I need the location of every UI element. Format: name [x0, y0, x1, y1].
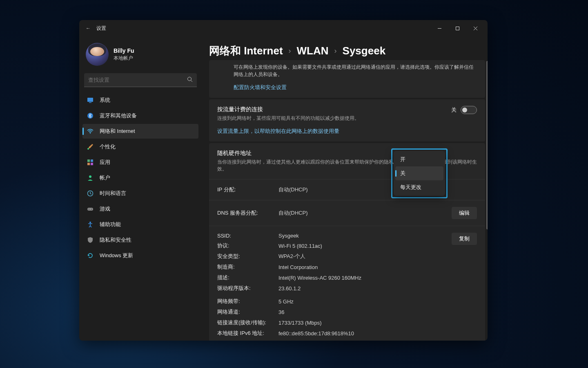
nav-item-accessibility[interactable]: 辅助功能	[82, 217, 198, 232]
nav-item-apps[interactable]: 应用	[82, 155, 198, 170]
svg-rect-11	[87, 159, 90, 162]
property-row: 描述:Intel(R) Wireless-AC 9260 160MHz	[217, 274, 452, 281]
wifi-icon	[87, 128, 94, 135]
property-key: 协议:	[217, 242, 278, 249]
crumb-wlan[interactable]: WLAN	[297, 45, 329, 57]
props-list-2: 网络频带:5 GHz网络通道:36链接速度(接收/传输):1733/1733 (…	[217, 298, 477, 341]
shield-icon	[87, 236, 94, 244]
metered-card: 按流量计费的连接 连接到此网络时，某些应用可能具有不同的功能以减少数据使用。 关…	[209, 99, 485, 141]
property-key: 制造商:	[217, 263, 278, 271]
update-icon	[87, 252, 94, 259]
nav-item-accounts[interactable]: 帐户	[82, 171, 198, 185]
crumb-network[interactable]: 网络和 Internet	[209, 44, 283, 58]
maximize-button[interactable]	[448, 22, 466, 35]
accessibility-icon	[87, 221, 94, 228]
nav-label: 蓝牙和其他设备	[100, 112, 137, 119]
brush-icon	[87, 143, 94, 150]
search-box[interactable]	[84, 73, 197, 87]
nav-label: 网络和 Internet	[100, 128, 135, 135]
chevron-right-icon: ›	[334, 47, 337, 55]
property-key: 链接速度(接收/传输):	[217, 319, 278, 326]
nav-item-gaming[interactable]: 游戏	[82, 202, 198, 216]
dns-edit-button[interactable]: 编辑	[452, 207, 477, 219]
nav-item-time[interactable]: 时间和语言	[82, 186, 198, 201]
breadcrumb: 网络和 Internet › WLAN › Sysgeek	[209, 36, 478, 61]
metered-toggle[interactable]	[461, 106, 477, 114]
minimize-icon	[437, 26, 442, 31]
property-value: 1733/1733 (Mbps)	[278, 320, 477, 326]
dropdown-opt-daily[interactable]: 每天更改	[394, 180, 445, 194]
property-key: 网络频带:	[217, 298, 278, 305]
nav-label: Windows 更新	[100, 252, 133, 259]
nav-item-bluetooth[interactable]: 蓝牙和其他设备	[82, 108, 198, 123]
property-row: 制造商:Intel Corporation	[217, 263, 452, 271]
discovery-desc: 可在网络上发现你的设备。如果需要文件共享或使用通过此网络通信的应用，请选择此选项…	[234, 63, 477, 78]
back-button[interactable]: ←	[82, 25, 94, 31]
nav-item-network[interactable]: 网络和 Internet	[82, 124, 198, 139]
profile-sub: 本地帐户	[114, 55, 134, 62]
svg-rect-7	[89, 102, 91, 103]
scrollbar-thumb[interactable]	[486, 61, 488, 229]
minimize-button[interactable]	[430, 22, 448, 35]
svg-rect-12	[91, 159, 93, 162]
main-panel: 网络和 Internet › WLAN › Sysgeek 可在网络上发现你的设…	[202, 36, 488, 341]
profile-name: Billy Fu	[114, 47, 134, 54]
svg-line-5	[191, 81, 193, 82]
property-value: WPA2-个人	[278, 253, 452, 260]
nav-item-privacy[interactable]: 隐私和安全性	[82, 233, 198, 247]
property-value: Wi-Fi 5 (802.11ac)	[278, 243, 452, 249]
props-list: SSID:Sysgeek协议:Wi-Fi 5 (802.11ac)安全类型:WP…	[217, 233, 452, 292]
property-key: 网络通道:	[217, 308, 278, 316]
property-key: 驱动程序版本:	[217, 285, 278, 292]
apps-icon	[87, 159, 94, 166]
svg-point-18	[89, 209, 89, 210]
dropdown-opt-on[interactable]: 开	[394, 153, 445, 166]
property-row: 协议:Wi-Fi 5 (802.11ac)	[217, 242, 452, 249]
close-icon	[473, 26, 478, 31]
maximize-icon	[455, 26, 460, 31]
nav-label: 帐户	[100, 174, 110, 182]
property-key: 描述:	[217, 274, 278, 281]
clock-icon	[87, 190, 94, 197]
property-value: Intel(R) Wireless-AC 9260 160MHz	[278, 275, 452, 281]
svg-point-9	[90, 133, 91, 134]
property-key: 本地链接 IPv6 地址:	[217, 330, 278, 337]
search-input[interactable]	[88, 77, 187, 83]
property-value: fe80::de85:5bde:17d8:9618%10	[278, 330, 477, 337]
scrollbar[interactable]	[486, 61, 488, 332]
property-row: 网络频带:5 GHz	[217, 298, 477, 305]
nav-label: 辅助功能	[100, 221, 121, 228]
discovery-card: 可在网络上发现你的设备。如果需要文件共享或使用通过此网络通信的应用，请选择此选项…	[209, 60, 485, 98]
nav-item-system[interactable]: 系统	[82, 93, 198, 108]
titlebar: ← 设置	[79, 20, 488, 36]
nav-item-update[interactable]: Windows 更新	[82, 248, 198, 263]
metered-sub: 连接到此网络时，某些应用可能具有不同的功能以减少数据使用。	[217, 115, 445, 122]
sidebar: Billy Fu 本地帐户 系统 蓝牙和其他设备	[79, 36, 202, 341]
nav-label: 应用	[100, 159, 110, 166]
dropdown-opt-off[interactable]: 关	[395, 166, 443, 180]
property-value: 23.60.1.2	[278, 285, 452, 292]
randmac-dropdown[interactable]: 开 关 每天更改	[394, 151, 445, 196]
firewall-link[interactable]: 配置防火墙和安全设置	[234, 84, 287, 91]
property-row: 驱动程序版本:23.60.1.2	[217, 285, 452, 292]
dns-value: 自动(DHCP)	[278, 209, 452, 217]
svg-rect-17	[87, 208, 93, 211]
copy-button[interactable]: 复制	[452, 233, 477, 245]
property-key: SSID:	[217, 233, 278, 239]
nav-label: 游戏	[100, 205, 110, 213]
metered-link[interactable]: 设置流量上限，以帮助控制在此网络上的数据使用量	[217, 128, 339, 135]
svg-point-10	[87, 148, 89, 150]
gamepad-icon	[87, 205, 94, 213]
app-title: 设置	[96, 25, 106, 32]
nav-list: 系统 蓝牙和其他设备 网络和 Internet 个性化 应用	[82, 93, 198, 263]
svg-point-20	[89, 222, 91, 223]
settings-window: ← 设置 Billy Fu 本地帐户	[79, 20, 488, 341]
profile-block[interactable]: Billy Fu 本地帐户	[82, 39, 198, 73]
property-row: 网络通道:36	[217, 308, 477, 316]
nav-item-personalization[interactable]: 个性化	[82, 139, 198, 154]
property-row: 链接速度(接收/传输):1733/1733 (Mbps)	[217, 319, 477, 326]
close-button[interactable]	[466, 22, 484, 35]
nav-label: 系统	[100, 96, 110, 104]
property-key: 安全类型:	[217, 253, 278, 260]
property-value: Sysgeek	[278, 233, 452, 239]
